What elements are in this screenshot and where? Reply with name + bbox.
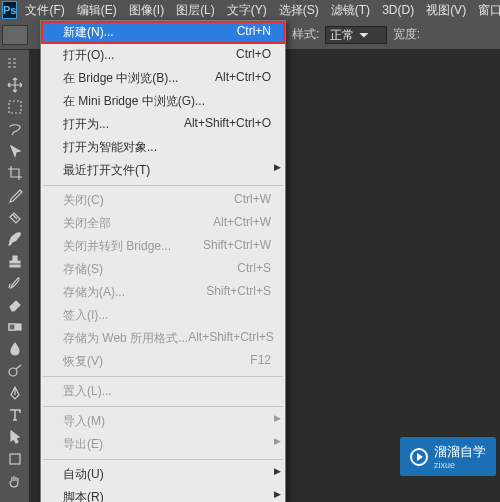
menu-item-label: 导入(M) (63, 413, 105, 430)
history-brush-tool-icon[interactable] (3, 272, 27, 294)
svg-rect-4 (10, 454, 20, 464)
menu-item-shortcut: Ctrl+O (236, 47, 271, 64)
menubar: 文件(F) 编辑(E) 图像(I) 图层(L) 文字(Y) 选择(S) 滤镜(T… (19, 0, 500, 20)
menu-select[interactable]: 选择(S) (273, 0, 325, 20)
menu-item-shortcut: Shift+Ctrl+S (206, 284, 271, 301)
menu-item-label: 打开为智能对象... (63, 139, 157, 156)
menu-item[interactable]: 打开为智能对象... (41, 136, 285, 159)
menu-item-label: 导出(E) (63, 436, 103, 453)
menu-item-shortcut: Ctrl+W (234, 192, 271, 209)
pen-tool-icon[interactable] (3, 382, 27, 404)
stamp-tool-icon[interactable] (3, 250, 27, 272)
menu-item: 存储为 Web 所用格式...Alt+Shift+Ctrl+S (41, 327, 285, 350)
menu-image[interactable]: 图像(I) (123, 0, 170, 20)
menu-item[interactable]: 自动(U) (41, 463, 285, 486)
eraser-tool-icon[interactable] (3, 294, 27, 316)
menu-item[interactable]: 在 Mini Bridge 中浏览(G)... (41, 90, 285, 113)
watermark-sub: zixue (434, 461, 486, 470)
menu-item-shortcut: Alt+Shift+Ctrl+O (184, 116, 271, 133)
menu-item-label: 在 Mini Bridge 中浏览(G)... (63, 93, 205, 110)
marquee-tool-icon[interactable] (3, 96, 27, 118)
path-select-tool-icon[interactable] (3, 426, 27, 448)
hand-tool-icon[interactable] (3, 470, 27, 492)
menu-item: 存储为(A)...Shift+Ctrl+S (41, 281, 285, 304)
menu-item-label: 最近打开文件(T) (63, 162, 150, 179)
menu-item-shortcut: Ctrl+S (237, 261, 271, 278)
menu-3d[interactable]: 3D(D) (376, 0, 420, 20)
brush-tool-icon[interactable] (3, 228, 27, 250)
svg-rect-0 (9, 101, 21, 113)
menu-item-shortcut: Alt+Ctrl+O (215, 70, 271, 87)
menu-item[interactable]: 新建(N)...Ctrl+N (41, 21, 285, 44)
menu-edit[interactable]: 编辑(E) (71, 0, 123, 20)
watermark: 溜溜自学 zixue (400, 437, 496, 476)
menu-item-label: 关闭并转到 Bridge... (63, 238, 171, 255)
menu-item-label: 打开(O)... (63, 47, 114, 64)
menu-item-label: 打开为... (63, 116, 109, 133)
style-select[interactable]: 正常 ⏷ (325, 26, 386, 44)
lasso-tool-icon[interactable] (3, 118, 27, 140)
gradient-tool-icon[interactable] (3, 316, 27, 338)
menu-item-label: 存储为(A)... (63, 284, 125, 301)
shape-tool-icon[interactable] (3, 448, 27, 470)
play-icon (410, 448, 428, 466)
style-label: 样式: (292, 26, 319, 43)
menu-item: 导入(M) (41, 410, 285, 433)
type-tool-icon[interactable] (3, 404, 27, 426)
menu-item: 导出(E) (41, 433, 285, 456)
menu-item: 关闭(C)Ctrl+W (41, 189, 285, 212)
eyedropper-tool-icon[interactable] (3, 184, 27, 206)
menu-item-label: 脚本(R) (63, 489, 104, 502)
crop-tool-icon[interactable] (3, 162, 27, 184)
quick-select-tool-icon[interactable] (3, 140, 27, 162)
menu-item-label: 关闭(C) (63, 192, 104, 209)
menu-item: 存储(S)Ctrl+S (41, 258, 285, 281)
width-label: 宽度: (393, 26, 420, 43)
menu-item: 签入(I)... (41, 304, 285, 327)
menu-window[interactable]: 窗口(W) (472, 0, 500, 20)
menu-item-shortcut: Alt+Shift+Ctrl+S (188, 330, 274, 347)
dodge-tool-icon[interactable] (3, 360, 27, 382)
menu-item-shortcut: Alt+Ctrl+W (213, 215, 271, 232)
app-logo: Ps (2, 1, 17, 19)
handle-icon[interactable] (3, 52, 27, 74)
menu-item-shortcut: F12 (250, 353, 271, 370)
tool-preset[interactable] (2, 25, 28, 45)
healing-tool-icon[interactable] (3, 206, 27, 228)
menu-type[interactable]: 文字(Y) (221, 0, 273, 20)
menu-item[interactable]: 脚本(R) (41, 486, 285, 502)
menu-item-shortcut: Ctrl+N (237, 24, 271, 41)
watermark-text: 溜溜自学 (434, 444, 486, 459)
menu-item[interactable]: 打开为...Alt+Shift+Ctrl+O (41, 113, 285, 136)
move-tool-icon[interactable] (3, 74, 27, 96)
menu-item-label: 自动(U) (63, 466, 104, 483)
menu-separator (43, 376, 283, 377)
menu-item-label: 存储(S) (63, 261, 103, 278)
menu-separator (43, 185, 283, 186)
menu-item: 置入(L)... (41, 380, 285, 403)
blur-tool-icon[interactable] (3, 338, 27, 360)
tools-panel (0, 50, 30, 502)
menu-item: 关闭并转到 Bridge...Shift+Ctrl+W (41, 235, 285, 258)
svg-point-3 (9, 368, 17, 376)
menu-item-label: 置入(L)... (63, 383, 112, 400)
menu-item-shortcut: Shift+Ctrl+W (203, 238, 271, 255)
menu-view[interactable]: 视图(V) (420, 0, 472, 20)
menu-item[interactable]: 最近打开文件(T) (41, 159, 285, 182)
menu-item-label: 签入(I)... (63, 307, 108, 324)
menu-item[interactable]: 打开(O)...Ctrl+O (41, 44, 285, 67)
menu-item[interactable]: 在 Bridge 中浏览(B)...Alt+Ctrl+O (41, 67, 285, 90)
menu-item-label: 新建(N)... (63, 24, 114, 41)
menu-file[interactable]: 文件(F) (19, 0, 70, 20)
menu-item: 关闭全部Alt+Ctrl+W (41, 212, 285, 235)
menu-item-label: 在 Bridge 中浏览(B)... (63, 70, 178, 87)
menu-item: 恢复(V)F12 (41, 350, 285, 373)
menu-item-label: 存储为 Web 所用格式... (63, 330, 188, 347)
menu-separator (43, 406, 283, 407)
menu-item-label: 恢复(V) (63, 353, 103, 370)
svg-rect-2 (9, 324, 15, 330)
menu-filter[interactable]: 滤镜(T) (325, 0, 376, 20)
menu-layer[interactable]: 图层(L) (170, 0, 221, 20)
topbar: Ps 文件(F) 编辑(E) 图像(I) 图层(L) 文字(Y) 选择(S) 滤… (0, 0, 500, 20)
menu-item-label: 关闭全部 (63, 215, 111, 232)
